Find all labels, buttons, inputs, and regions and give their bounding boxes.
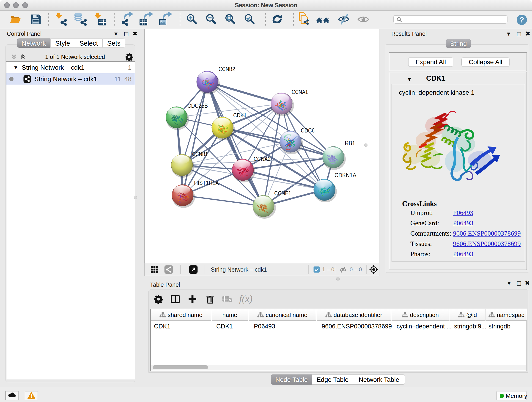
- svg-text:CCNA1: CCNA1: [292, 89, 308, 95]
- svg-text:CDK1: CDK1: [233, 112, 247, 119]
- svg-text:CDC25B: CDC25B: [187, 102, 208, 109]
- svg-text:CCNB2: CCNB2: [219, 66, 235, 72]
- svg-text:RB1: RB1: [345, 140, 355, 146]
- svg-text:CDKN1A: CDKN1A: [335, 172, 356, 178]
- svg-text:HIST1H1A: HIST1H1A: [194, 180, 219, 186]
- svg-text:CCNE1: CCNE1: [274, 190, 291, 196]
- svg-text:CCNB1: CCNB1: [192, 151, 208, 157]
- svg-text:CCNA2: CCNA2: [254, 156, 271, 162]
- svg-text:CDC6: CDC6: [301, 127, 315, 134]
